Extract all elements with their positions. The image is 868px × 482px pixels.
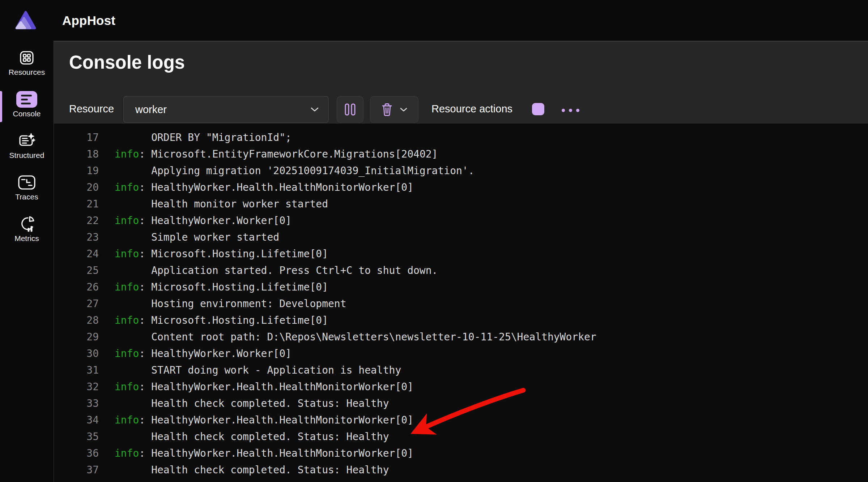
line-number: 25: [54, 262, 99, 279]
line-number: 30: [54, 345, 99, 362]
log-message: Hosting environment: Development: [115, 296, 346, 312]
sidebar-item-metrics[interactable]: Metrics: [0, 215, 54, 249]
sidebar-item-console[interactable]: Console: [0, 90, 54, 125]
stop-square-icon[interactable]: [532, 103, 544, 115]
console-log-viewer[interactable]: 17 ORDER BY "MigrationId";18info: Micros…: [54, 124, 868, 482]
line-number: 24: [54, 246, 99, 262]
log-message: info: Microsoft.EntityFrameworkCore.Migr…: [115, 146, 438, 163]
line-number: 34: [54, 412, 99, 429]
topbar: AppHost: [0, 0, 868, 41]
sidebar-item-label: Structured: [9, 151, 44, 160]
log-line: 36info: HealthyWorker.Health.HealthMonit…: [54, 445, 868, 462]
log-message: Health check completed. Status: Healthy: [115, 395, 389, 412]
log-message: START doing work - Application is health…: [115, 362, 401, 379]
sidebar-item-label: Metrics: [14, 234, 39, 243]
log-message: info: Microsoft.Hosting.Lifetime[0]: [115, 312, 328, 329]
log-message: Content root path: D:\Repos\Newsletters\…: [115, 329, 596, 345]
line-number: 33: [54, 395, 99, 412]
line-number: 20: [54, 179, 99, 196]
log-message: info: HealthyWorker.Health.HealthMonitor…: [115, 445, 413, 462]
line-number: 19: [54, 163, 99, 179]
log-message: Health monitor worker started: [115, 196, 328, 212]
pie-bars-icon: [16, 215, 38, 233]
sidebar-item-label: Console: [13, 109, 41, 118]
pause-button[interactable]: [337, 96, 363, 123]
chevron-down-icon: [400, 107, 408, 112]
log-level-badge: info: [115, 248, 139, 260]
trash-icon: [381, 103, 393, 116]
line-number: 37: [54, 462, 99, 478]
log-message: Applying migration '20251009174039_Initi…: [115, 163, 475, 179]
line-number: 29: [54, 329, 99, 345]
sidebar-item-label: Resources: [9, 68, 45, 77]
resource-select-value: worker: [135, 104, 167, 116]
line-number: 27: [54, 296, 99, 312]
sidebar-item-structured[interactable]: Structured: [0, 132, 54, 166]
log-level-badge: info: [115, 314, 139, 326]
log-line: 17 ORDER BY "MigrationId";: [54, 129, 868, 146]
log-line: 26info: Microsoft.Hosting.Lifetime[0]: [54, 279, 868, 296]
log-level-badge: info: [115, 215, 139, 227]
log-level-badge: info: [115, 414, 139, 426]
log-list: 17 ORDER BY "MigrationId";18info: Micros…: [54, 129, 868, 478]
chevron-down-icon: [310, 107, 319, 112]
grid-icon: [16, 49, 38, 67]
line-number: 23: [54, 229, 99, 246]
log-line: 33 Health check completed. Status: Healt…: [54, 395, 868, 412]
log-message: info: HealthyWorker.Health.HealthMonitor…: [115, 379, 413, 395]
log-line: 25 Application started. Press Ctrl+C to …: [54, 262, 868, 279]
sidebar-item-resources[interactable]: Resources: [0, 49, 54, 83]
resource-select[interactable]: worker: [123, 96, 329, 123]
sidebar: Resources Console Structured: [0, 41, 54, 482]
log-message: Health check completed. Status: Healthy: [115, 462, 389, 478]
line-number: 22: [54, 212, 99, 229]
log-message: ORDER BY "MigrationId";: [115, 129, 292, 146]
line-number: 28: [54, 312, 99, 329]
log-message: Health check completed. Status: Healthy: [115, 429, 389, 445]
log-line: 37 Health check completed. Status: Healt…: [54, 462, 868, 478]
log-line: 28info: Microsoft.Hosting.Lifetime[0]: [54, 312, 868, 329]
log-line: 27 Hosting environment: Development: [54, 296, 868, 312]
log-message: info: HealthyWorker.Worker[0]: [115, 212, 292, 229]
log-message: info: HealthyWorker.Health.HealthMonitor…: [115, 412, 413, 429]
log-level-badge: info: [115, 447, 139, 459]
aspire-logo: [15, 10, 36, 31]
resource-actions-label: Resource actions: [431, 103, 512, 115]
log-level-badge: info: [115, 381, 139, 393]
log-line: 29 Content root path: D:\Repos\Newslette…: [54, 329, 868, 345]
log-message: info: HealthyWorker.Worker[0]: [115, 345, 292, 362]
sidebar-item-traces[interactable]: Traces: [0, 173, 54, 208]
sidebar-item-label: Traces: [15, 193, 38, 201]
app-title: AppHost: [62, 13, 115, 28]
clear-logs-split-button[interactable]: [370, 96, 418, 123]
log-message: Application started. Press Ctrl+C to shu…: [115, 262, 438, 279]
line-number: 21: [54, 196, 99, 212]
log-level-badge: info: [115, 348, 139, 360]
log-line: 30info: HealthyWorker.Worker[0]: [54, 345, 868, 362]
line-number: 35: [54, 429, 99, 445]
more-actions-button[interactable]: [562, 109, 579, 112]
log-level-badge: info: [115, 181, 139, 193]
log-line: 23 Simple worker started: [54, 229, 868, 246]
resource-label: Resource: [69, 103, 114, 115]
log-line: 35 Health check completed. Status: Healt…: [54, 429, 868, 445]
line-number: 32: [54, 379, 99, 395]
document-sparkle-icon: [16, 132, 38, 150]
log-line: 22info: HealthyWorker.Worker[0]: [54, 212, 868, 229]
gantt-icon: [16, 173, 38, 191]
log-line: 24info: Microsoft.Hosting.Lifetime[0]: [54, 246, 868, 262]
ellipsis-icon: [562, 109, 565, 112]
console-logs-page: Console logs Resource worker: [54, 41, 868, 482]
log-level-badge: info: [115, 281, 139, 293]
log-line: 21 Health monitor worker started: [54, 196, 868, 212]
text-lines-icon: [16, 90, 38, 108]
line-number: 36: [54, 445, 99, 462]
line-number: 18: [54, 146, 99, 163]
line-number: 31: [54, 362, 99, 379]
log-level-badge: info: [115, 148, 139, 160]
log-line: 18info: Microsoft.EntityFrameworkCore.Mi…: [54, 146, 868, 163]
line-number: 17: [54, 129, 99, 146]
log-message: info: HealthyWorker.Health.HealthMonitor…: [115, 179, 413, 196]
log-line: 31 START doing work - Application is hea…: [54, 362, 868, 379]
log-line: 20info: HealthyWorker.Health.HealthMonit…: [54, 179, 868, 196]
